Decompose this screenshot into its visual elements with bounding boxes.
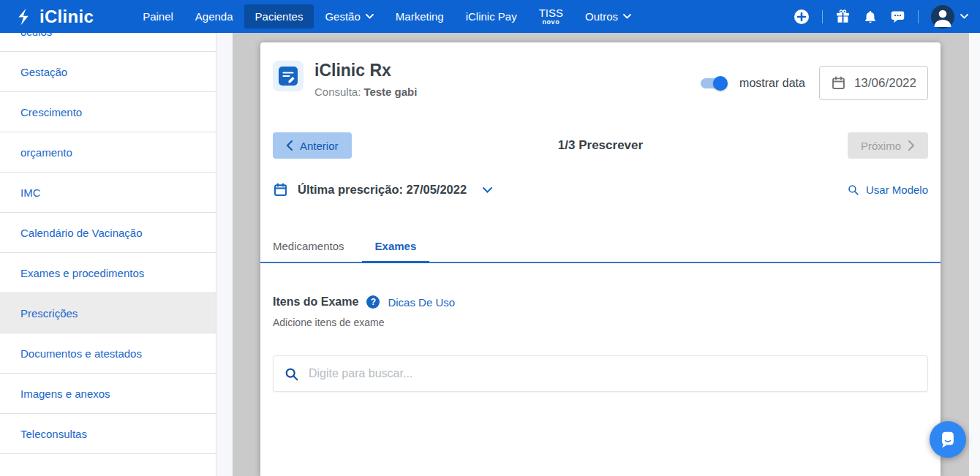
consulta-label: Consulta:	[314, 86, 361, 98]
modal-header: iClinic Rx Consulta:Teste gabi mostrar d…	[273, 61, 928, 100]
exam-search-box	[273, 355, 928, 392]
sidebar-scroll-gutter	[216, 33, 233, 476]
sidebar-item-crescimento[interactable]: Crescimento	[0, 92, 216, 132]
top-navbar: iClinic Painel Agenda Pacientes Gestão M…	[0, 0, 980, 33]
date-value: 13/06/2022	[854, 76, 916, 91]
sidebar-item-imagens-anexos[interactable]: Imagens e anexos	[0, 374, 216, 414]
page-body: óculos Gestação Crescimento orçamento IM…	[0, 33, 980, 476]
exam-section-subtitle: Adicione itens de exame	[273, 317, 928, 328]
divider	[918, 10, 919, 23]
chevron-down-icon	[483, 187, 492, 193]
use-template-label: Usar Modelo	[866, 184, 928, 196]
iclinic-logo-icon	[15, 7, 34, 26]
nav-item-iclinic-pay[interactable]: iClinic Pay	[455, 4, 528, 29]
support-chat-button[interactable]	[930, 421, 966, 458]
search-icon	[847, 184, 859, 196]
show-date-toggle[interactable]	[701, 76, 728, 91]
previous-button[interactable]: Anterior	[273, 132, 352, 159]
nav-item-gestao[interactable]: Gestão	[314, 4, 384, 29]
sidebar-list: óculos Gestação Crescimento orçamento IM…	[0, 33, 216, 454]
consulta-value: Teste gabi	[363, 86, 417, 98]
nav-item-marketing[interactable]: Marketing	[385, 4, 455, 29]
nav-item-pacientes[interactable]: Pacientes	[244, 4, 314, 29]
prescription-modal: iClinic Rx Consulta:Teste gabi mostrar d…	[260, 42, 941, 476]
help-icon[interactable]: ?	[366, 295, 380, 309]
sidebar-item-gestacao[interactable]: Gestação	[0, 52, 216, 92]
sidebar-item-oculos[interactable]: óculos	[0, 33, 216, 52]
nav-item-tiss[interactable]: TISS novo	[528, 4, 574, 29]
patient-record-sidebar: óculos Gestação Crescimento orçamento IM…	[0, 33, 216, 476]
rx-note-icon	[273, 61, 304, 91]
sidebar-item-documentos-atestados[interactable]: Documentos e atestados	[0, 333, 216, 374]
chevron-down-icon	[623, 14, 631, 19]
sidebar-item-orcamento[interactable]: orçamento	[0, 132, 216, 173]
tab-exames[interactable]: Exames	[362, 240, 430, 262]
sidebar-item-prescricoes[interactable]: Prescrições	[0, 293, 216, 333]
chevron-down-icon	[960, 14, 968, 19]
sidebar-item-teleconsultas[interactable]: Teleconsultas	[0, 414, 216, 454]
add-button[interactable]	[794, 9, 810, 25]
date-picker[interactable]: 13/06/2022	[819, 66, 928, 100]
browser-scrollbar-track[interactable]	[969, 33, 980, 476]
exam-search-input[interactable]	[309, 367, 917, 380]
chat-bubble-icon	[938, 430, 957, 449]
main-nav: Painel Agenda Pacientes Gestão Marketing…	[132, 0, 642, 33]
step-indicator: 1/3 Prescrever	[558, 138, 643, 153]
nav-item-painel[interactable]: Painel	[132, 4, 184, 29]
nav-item-outros[interactable]: Outros	[574, 4, 642, 29]
nav-item-agenda[interactable]: Agenda	[184, 4, 244, 29]
toggle-knob	[713, 76, 728, 91]
step-navigation: Anterior 1/3 Prescrever Próximo	[273, 132, 928, 159]
avatar	[931, 5, 954, 29]
novo-badge: novo	[542, 19, 559, 26]
divider	[822, 10, 823, 23]
usage-tips-link[interactable]: Dicas De Uso	[388, 296, 455, 309]
brand[interactable]: iClinic	[15, 7, 94, 27]
exam-section-header: Itens do Exame ? Dicas De Uso	[273, 295, 928, 309]
header-controls: mostrar data 13/06/2022	[701, 66, 928, 100]
tab-medicamentos[interactable]: Medicamentos	[273, 240, 362, 262]
modal-titles: iClinic Rx Consulta:Teste gabi	[314, 61, 417, 98]
modal-title: iClinic Rx	[314, 61, 417, 81]
previous-button-label: Anterior	[300, 140, 339, 152]
show-date-label: mostrar data	[739, 77, 805, 90]
gift-icon[interactable]	[835, 9, 851, 24]
user-menu[interactable]	[931, 5, 968, 29]
last-prescription-row: Última prescrição: 27/05/2022 Usar Model…	[273, 182, 928, 197]
calendar-icon	[273, 182, 288, 197]
bell-icon[interactable]	[863, 10, 878, 24]
modal-backdrop: iClinic Rx Consulta:Teste gabi mostrar d…	[233, 33, 969, 476]
last-prescription-dropdown[interactable]: Última prescrição: 27/05/2022	[273, 182, 492, 197]
sidebar-item-calendario-vacinacao[interactable]: Calendário de Vacinação	[0, 213, 216, 253]
nav-item-label: TISS	[539, 7, 563, 19]
consulta-line: Consulta:Teste gabi	[314, 86, 417, 98]
chat-icon[interactable]	[890, 9, 905, 24]
use-template-link[interactable]: Usar Modelo	[847, 184, 928, 196]
next-button-label: Próximo	[861, 140, 901, 152]
sidebar-item-exames-procedimentos[interactable]: Exames e procedimentos	[0, 253, 216, 293]
chevron-down-icon	[366, 14, 374, 19]
next-button[interactable]: Próximo	[848, 132, 928, 159]
prescription-tabs: Medicamentos Exames	[260, 240, 941, 263]
calendar-icon	[831, 75, 846, 91]
nav-item-label: Outros	[585, 10, 618, 23]
exam-section-title: Itens do Exame	[273, 295, 358, 309]
nav-item-label: Gestão	[325, 10, 360, 23]
brand-name: iClinic	[39, 7, 94, 27]
navbar-actions	[794, 5, 968, 29]
search-icon	[284, 366, 299, 382]
sidebar-item-imc[interactable]: IMC	[0, 173, 216, 213]
last-prescription-label: Última prescrição: 27/05/2022	[298, 183, 467, 197]
